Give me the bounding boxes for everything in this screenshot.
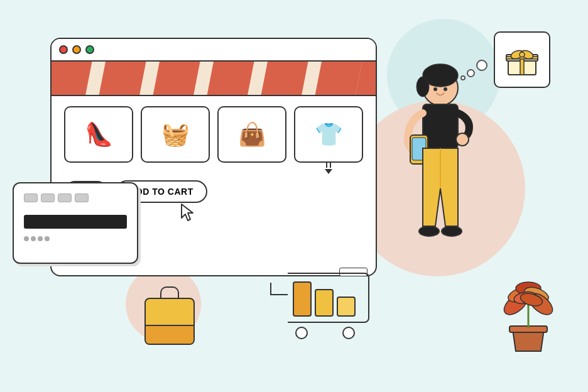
product-card-shirt: 👕 — [294, 106, 363, 163]
awning-svg — [52, 62, 376, 96]
cart-handle — [270, 283, 288, 295]
svg-marker-5 — [261, 62, 308, 96]
gift-box — [494, 31, 550, 88]
card-chip — [24, 193, 127, 202]
product-row: 👠 🧺 👜 👕 — [64, 106, 363, 163]
shoe-icon: 👠 — [85, 121, 113, 148]
svg-marker-3 — [153, 62, 200, 96]
card-dot-group-1 — [24, 236, 50, 241]
svg-point-16 — [520, 52, 525, 57]
shopping-bag — [144, 298, 195, 354]
thought-bubble-large — [476, 60, 487, 71]
cart-body — [288, 273, 369, 323]
svg-point-19 — [416, 77, 429, 97]
svg-marker-6 — [315, 62, 362, 96]
store-awning — [52, 62, 376, 96]
svg-marker-2 — [99, 62, 146, 96]
cart-items — [288, 274, 368, 322]
gift-svg — [503, 41, 541, 79]
product-card-shoe: 👠 — [64, 106, 133, 163]
chip-rect-3 — [58, 193, 72, 202]
woman-figure — [390, 63, 491, 314]
credit-card — [13, 182, 138, 264]
cart-wheel-right — [342, 327, 355, 339]
bag-handle — [160, 286, 179, 299]
svg-marker-1 — [52, 62, 92, 96]
card-dot — [38, 236, 43, 241]
shirt-icon: 👕 — [315, 121, 343, 148]
cart-item-3 — [337, 297, 356, 317]
illustration-scene: 👠 🧺 👜 👕 — [0, 0, 588, 392]
basket-icon: 🧺 — [161, 121, 190, 148]
thought-bubble-medium — [467, 69, 475, 77]
cart-wheel-left — [295, 327, 308, 339]
card-dot — [24, 236, 29, 241]
window-dot-red — [59, 45, 68, 54]
cart-item-1 — [293, 281, 312, 317]
svg-marker-4 — [207, 62, 254, 96]
card-dots — [24, 236, 127, 241]
thought-bubble-small — [460, 75, 466, 80]
svg-point-24 — [419, 226, 439, 236]
svg-point-25 — [442, 226, 462, 236]
card-dot — [31, 236, 36, 241]
product-card-basket: 🧺 — [141, 106, 210, 163]
product-card-bag: 👜 — [217, 106, 286, 163]
svg-point-28 — [444, 87, 447, 91]
cart-item-2 — [315, 289, 334, 317]
browser-titlebar — [52, 39, 376, 62]
shopping-cart — [270, 273, 371, 361]
chip-rect-4 — [75, 193, 89, 202]
svg-point-27 — [433, 87, 437, 91]
card-dot — [45, 236, 50, 241]
svg-marker-9 — [182, 204, 193, 220]
mouse-cursor-icon — [180, 203, 195, 222]
window-dot-green — [85, 45, 94, 54]
svg-point-26 — [456, 133, 469, 146]
bag-icon: 👜 — [238, 121, 266, 148]
chip-rect-1 — [24, 193, 38, 202]
bag-body — [144, 298, 195, 345]
window-dot-yellow — [72, 45, 81, 54]
chip-rect-2 — [41, 193, 55, 202]
card-stripe — [24, 215, 127, 229]
plant-figure — [494, 260, 563, 361]
cart-wheels — [270, 327, 371, 339]
